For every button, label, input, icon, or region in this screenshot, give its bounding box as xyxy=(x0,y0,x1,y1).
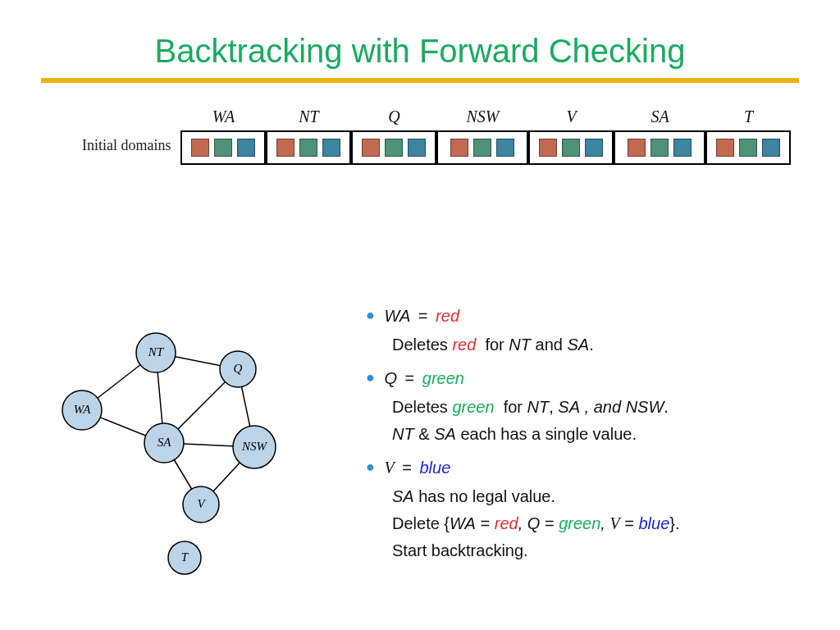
text: Start backtracking. xyxy=(392,541,528,559)
node-T: T xyxy=(168,541,201,574)
color-word: red xyxy=(452,336,476,354)
steps: ● WA = red Deletes red for NT and SA. ● … xyxy=(353,304,812,572)
color-word: green xyxy=(452,398,494,416)
text: & xyxy=(418,425,429,443)
eq: = xyxy=(545,514,555,532)
step2-detail-1: Deletes green for NT, SA , and NSW. xyxy=(392,395,812,420)
domain-cell xyxy=(180,130,266,165)
node-label: SA xyxy=(158,436,172,449)
green-swatch xyxy=(299,139,317,157)
blue-swatch xyxy=(673,139,692,157)
domain-col-SA: SA xyxy=(614,107,705,165)
var: WA xyxy=(450,514,476,532)
var: Q xyxy=(527,514,541,532)
var: NT xyxy=(509,336,531,354)
color-word: red xyxy=(495,514,518,532)
blue-swatch xyxy=(322,139,340,157)
domain-cell xyxy=(266,130,351,165)
step1-val: red xyxy=(436,307,459,325)
domain-cell xyxy=(528,130,614,165)
step1-var: WA xyxy=(384,307,410,325)
text: for xyxy=(485,336,504,354)
green-swatch xyxy=(473,139,491,157)
node-label: WA xyxy=(74,403,91,416)
step-1: ● WA = red xyxy=(366,304,812,329)
domain-col-WA: WA xyxy=(180,107,266,165)
eq: = xyxy=(480,514,490,532)
step2-detail-2: NT & SA each has a single value. xyxy=(392,422,812,447)
domain-cell xyxy=(351,130,436,165)
node-NT: NT xyxy=(136,333,176,372)
node-SA: SA xyxy=(144,423,184,463)
punct: . xyxy=(664,398,669,416)
green-swatch xyxy=(214,139,232,157)
text: Delete { xyxy=(392,514,450,532)
green-swatch xyxy=(651,139,669,157)
punct: , xyxy=(600,514,605,532)
red-swatch xyxy=(276,139,294,157)
domain-header: NSW xyxy=(466,107,499,130)
step3-var: V xyxy=(384,459,394,477)
var: SA xyxy=(392,487,414,505)
var: NSW xyxy=(626,398,664,416)
step3-detail-1: SA has no legal value. xyxy=(392,484,812,509)
punct: . xyxy=(589,336,594,354)
red-swatch xyxy=(628,139,646,157)
eq-sign: = xyxy=(402,459,412,477)
blue-swatch xyxy=(496,139,514,157)
color-word: green xyxy=(559,514,600,532)
node-NSW: NSW xyxy=(233,426,276,468)
var: SA xyxy=(434,425,456,443)
eq-sign: = xyxy=(418,307,428,325)
text: Deletes xyxy=(392,336,448,354)
red-swatch xyxy=(450,139,468,157)
graph-svg: WANTQSANSWVT xyxy=(49,312,312,582)
eq: = xyxy=(624,514,634,532)
eq-sign: = xyxy=(405,369,415,387)
text: Deletes xyxy=(392,398,448,416)
var: SA xyxy=(558,398,580,416)
punct: }. xyxy=(669,514,679,532)
step2-var: Q xyxy=(384,369,397,387)
green-swatch xyxy=(562,139,580,157)
step3-detail-2: Delete {WA = red, Q = green, V = blue}. xyxy=(392,511,812,536)
blue-swatch xyxy=(585,139,603,157)
red-swatch xyxy=(362,139,380,157)
step1-detail: Deletes red for NT and SA. xyxy=(392,332,812,358)
color-word: blue xyxy=(638,514,669,532)
node-WA: WA xyxy=(62,390,102,430)
punct: , xyxy=(518,514,523,532)
node-V: V xyxy=(183,486,219,523)
step-3: ● V = blue xyxy=(366,455,812,481)
node-Q: Q xyxy=(220,351,256,387)
text: each has a single value. xyxy=(460,425,637,443)
slide: Backtracking with Forward Checking Initi… xyxy=(0,0,840,630)
domain-header: SA xyxy=(651,107,669,130)
blue-swatch xyxy=(762,139,780,157)
step3-val: blue xyxy=(419,459,450,477)
domain-header: NT xyxy=(299,107,318,130)
punct: , xyxy=(549,398,554,416)
node-label: Q xyxy=(234,362,243,375)
red-swatch xyxy=(539,139,557,157)
text: for xyxy=(504,398,523,416)
domain-cell xyxy=(614,130,705,165)
domain-col-NT: NT xyxy=(266,107,351,165)
domain-cell xyxy=(705,130,791,165)
red-swatch xyxy=(191,139,209,157)
domain-header: T xyxy=(744,107,753,130)
var: NT xyxy=(527,398,550,416)
var: SA xyxy=(567,336,589,354)
page-title: Backtracking with Forward Checking xyxy=(33,33,807,70)
domain-header: V xyxy=(566,107,576,130)
domains-table: Initial domains WANTQNSWVSAT xyxy=(82,107,807,165)
bullet-icon: ● xyxy=(366,369,375,386)
domain-col-Q: Q xyxy=(351,107,436,165)
domain-col-NSW: NSW xyxy=(436,107,528,165)
text: and xyxy=(536,336,563,354)
var: NT xyxy=(392,425,414,443)
blue-swatch xyxy=(408,139,426,157)
green-swatch xyxy=(739,139,757,157)
text: has no legal value. xyxy=(418,487,555,505)
node-label: NSW xyxy=(241,440,268,453)
